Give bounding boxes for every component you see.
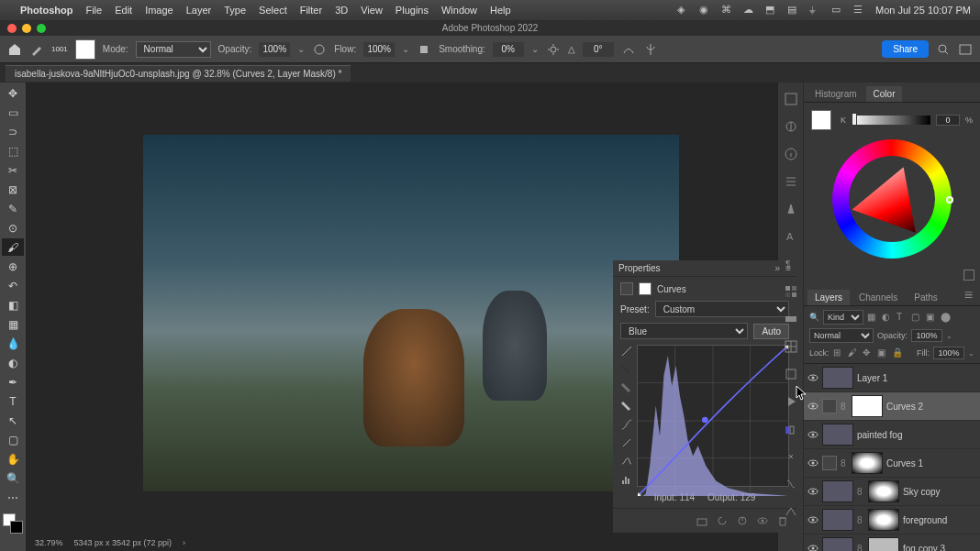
visibility-icon[interactable]: [756, 514, 769, 527]
targeted-adjust-icon[interactable]: [620, 345, 633, 358]
filter-type-icon[interactable]: T: [896, 312, 908, 323]
maximize-window-icon[interactable]: [37, 24, 46, 33]
layer-blend-mode[interactable]: Normal: [809, 328, 874, 343]
visibility-icon[interactable]: [807, 457, 819, 468]
path-select-tool[interactable]: ↖: [2, 412, 24, 429]
layer-opacity-input[interactable]: [911, 329, 942, 342]
lock-position-icon[interactable]: ✥: [863, 347, 874, 358]
workspace-icon[interactable]: [958, 42, 973, 57]
layer-row[interactable]: 8Curves 1: [804, 449, 980, 478]
filter-pixel-icon[interactable]: ▦: [867, 312, 878, 323]
visibility-icon[interactable]: [807, 486, 819, 497]
lasso-tool[interactable]: ⊃: [2, 123, 24, 140]
patterns-icon[interactable]: [784, 339, 798, 354]
glyphs-icon[interactable]: ¶: [784, 257, 798, 271]
gradient-tool[interactable]: ▦: [2, 315, 24, 333]
zoom-tool[interactable]: 🔍: [2, 469, 24, 487]
panel-menu-icon[interactable]: ≡: [961, 285, 976, 305]
navigator-icon[interactable]: [784, 504, 798, 519]
blur-tool[interactable]: 💧: [2, 335, 24, 352]
airbrush-icon[interactable]: [417, 42, 431, 57]
angle-input[interactable]: [583, 42, 614, 57]
pressure-size-icon[interactable]: [621, 42, 636, 57]
home-icon[interactable]: [7, 42, 22, 57]
histogram-toggle-icon[interactable]: [620, 473, 633, 486]
smoothing-gear-icon[interactable]: [546, 42, 561, 57]
layer-row[interactable]: 8Sky copy: [804, 478, 980, 506]
canvas[interactable]: 32.79% 5343 px x 3542 px (72 ppi) › Prop…: [26, 83, 777, 551]
menubar-clock[interactable]: Mon Jul 25 10:07 PM: [875, 5, 971, 16]
layer-row[interactable]: 8fog copy 3: [804, 534, 980, 551]
smoothing-input[interactable]: [493, 42, 524, 57]
layer-row[interactable]: Layer 1: [804, 364, 980, 392]
visibility-icon[interactable]: [807, 429, 819, 440]
object-select-tool[interactable]: ⬚: [2, 142, 24, 160]
layer-name[interactable]: Curves 2: [886, 402, 976, 412]
healing-tool[interactable]: ⊙: [2, 219, 24, 237]
properties-icon[interactable]: [784, 174, 798, 189]
hand-tool[interactable]: ✋: [2, 450, 24, 468]
brush-tool[interactable]: 🖌: [2, 238, 24, 256]
menu-view[interactable]: View: [361, 5, 383, 16]
menu-type[interactable]: Type: [224, 5, 246, 16]
curves-graph[interactable]: [637, 345, 789, 487]
character-icon[interactable]: [784, 202, 798, 216]
gradients-icon[interactable]: [784, 312, 798, 326]
brush-size-value[interactable]: 1001: [51, 45, 68, 53]
menu-image[interactable]: Image: [145, 5, 173, 16]
tab-histogram[interactable]: Histogram: [807, 86, 864, 102]
flow-input[interactable]: [363, 42, 395, 57]
lock-paint-icon[interactable]: 🖌: [848, 347, 859, 358]
reset-icon[interactable]: [736, 514, 749, 527]
menu-layer[interactable]: Layer: [186, 5, 212, 16]
foreground-swatch[interactable]: [811, 110, 831, 130]
clip-to-layer-icon[interactable]: [696, 514, 708, 527]
pressure-opacity-icon[interactable]: [312, 42, 327, 57]
menu-app[interactable]: Photoshop: [20, 5, 72, 16]
visibility-icon[interactable]: [807, 401, 819, 412]
tab-color[interactable]: Color: [866, 86, 903, 102]
menubar-status-icon[interactable]: ☁: [743, 4, 756, 17]
lock-transparent-icon[interactable]: ⊞: [833, 347, 844, 358]
dodge-tool[interactable]: ◐: [2, 354, 24, 371]
preset-select[interactable]: Custom: [655, 301, 789, 317]
edit-toolbar[interactable]: ⋯: [2, 489, 24, 506]
menu-file[interactable]: File: [85, 5, 102, 16]
pen-tool[interactable]: ✒: [2, 373, 24, 391]
search-icon[interactable]: [936, 42, 951, 57]
menu-window[interactable]: Window: [441, 5, 477, 16]
menubar-wifi-icon[interactable]: ⏚: [809, 4, 822, 17]
layer-filter-kind[interactable]: Kind: [823, 310, 863, 325]
menu-filter[interactable]: Filter: [300, 5, 322, 16]
filter-smart-icon[interactable]: ▣: [926, 312, 937, 323]
share-button[interactable]: Share: [882, 40, 929, 58]
edit-points-icon[interactable]: [620, 418, 633, 431]
previous-state-icon[interactable]: [716, 514, 729, 527]
menubar-status-icon[interactable]: ⬒: [765, 4, 778, 17]
type-tool[interactable]: T: [2, 392, 24, 410]
minimize-window-icon[interactable]: [22, 24, 31, 33]
filter-adjust-icon[interactable]: ◐: [882, 312, 893, 323]
menubar-battery-icon[interactable]: ▭: [831, 4, 844, 17]
visibility-icon[interactable]: [807, 514, 819, 525]
marquee-tool[interactable]: ▭: [2, 104, 24, 121]
menubar-status-icon[interactable]: ⌘: [721, 4, 734, 17]
stamp-tool[interactable]: ⊕: [2, 258, 24, 275]
brush-settings-icon[interactable]: [784, 477, 798, 491]
pencil-icon[interactable]: [620, 436, 633, 449]
filter-toggle-icon[interactable]: ⬤: [941, 312, 952, 323]
layer-mask-thumb[interactable]: [852, 452, 883, 474]
layer-row[interactable]: 8Curves 2: [804, 392, 980, 421]
eyedropper-tool[interactable]: ✎: [2, 200, 24, 217]
smooth-icon[interactable]: [620, 455, 633, 468]
layer-name[interactable]: foreground: [903, 515, 976, 525]
k-value[interactable]: [936, 115, 960, 126]
sample-black-icon[interactable]: [620, 363, 633, 376]
menubar-control-icon[interactable]: ☰: [853, 4, 866, 17]
k-slider[interactable]: [852, 116, 930, 125]
visibility-icon[interactable]: [807, 372, 819, 383]
menubar-status-icon[interactable]: ▤: [787, 4, 800, 17]
menu-3d[interactable]: 3D: [335, 5, 348, 16]
crop-tool[interactable]: ✂: [2, 161, 24, 179]
zoom-level[interactable]: 32.79%: [35, 538, 63, 549]
